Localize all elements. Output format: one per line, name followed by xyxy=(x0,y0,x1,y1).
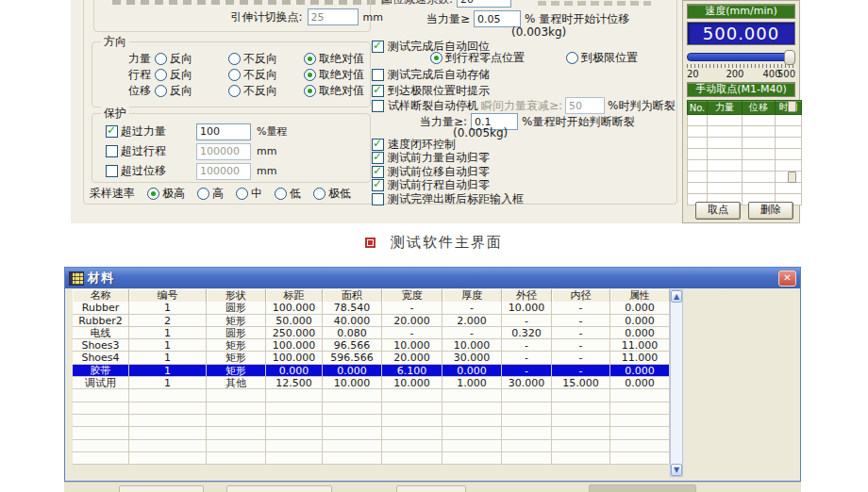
material-cell[interactable]: 20.000 xyxy=(382,352,442,364)
grid-scroll-up-button[interactable] xyxy=(788,101,796,112)
material-cell[interactable]: 20.000 xyxy=(382,315,442,327)
material-empty-cell[interactable] xyxy=(129,415,207,427)
material-empty-cell[interactable] xyxy=(266,402,323,415)
material-empty-cell[interactable] xyxy=(129,427,207,439)
material-empty-cell[interactable] xyxy=(442,389,502,402)
material-cell[interactable]: 100.000 xyxy=(266,302,323,314)
material-empty-cell[interactable] xyxy=(382,402,442,415)
material-empty-cell[interactable] xyxy=(442,402,502,415)
take-point-button[interactable]: 取点 xyxy=(695,202,741,220)
material-empty-cell[interactable] xyxy=(502,427,552,439)
checkbox[interactable] xyxy=(372,69,384,81)
radio-button[interactable] xyxy=(304,85,316,97)
material-cell[interactable]: 50.000 xyxy=(266,315,323,327)
material-cell[interactable]: 0.000 xyxy=(323,365,382,377)
material-empty-cell[interactable] xyxy=(382,389,442,402)
checkbox[interactable] xyxy=(106,125,118,138)
material-cell[interactable]: 10.000 xyxy=(382,339,442,352)
material-cell[interactable]: 30.000 xyxy=(502,377,552,389)
material-cell[interactable]: 30.000 xyxy=(442,352,502,364)
material-cell[interactable]: 40.000 xyxy=(323,315,382,327)
material-cell[interactable]: Shoes3 xyxy=(73,339,129,352)
material-empty-cell[interactable] xyxy=(207,440,266,452)
material-cell[interactable]: 圆形 xyxy=(207,327,266,339)
material-cell[interactable]: 矩形 xyxy=(207,339,266,352)
radio-button[interactable] xyxy=(313,188,326,200)
window-titlebar[interactable]: 材料 ✕ xyxy=(65,268,800,288)
radio-button[interactable] xyxy=(304,53,316,65)
checkbox[interactable] xyxy=(372,100,384,112)
material-empty-cell[interactable] xyxy=(442,440,502,452)
extensometer-input[interactable] xyxy=(308,8,359,25)
material-cell[interactable]: 96.566 xyxy=(323,339,382,352)
material-empty-cell[interactable] xyxy=(610,440,670,452)
material-cell[interactable]: 100.000 xyxy=(266,352,323,364)
protection-input[interactable] xyxy=(196,123,251,140)
radio-button[interactable] xyxy=(155,53,167,65)
material-empty-cell[interactable] xyxy=(552,427,610,439)
material-empty-cell[interactable] xyxy=(442,452,502,465)
material-empty-cell[interactable] xyxy=(73,440,129,452)
material-empty-cell[interactable] xyxy=(502,389,552,402)
material-cell[interactable]: 0.080 xyxy=(323,327,382,339)
radio-button[interactable] xyxy=(147,188,159,200)
radio-option[interactable]: 不反向 xyxy=(228,67,304,83)
material-empty-cell[interactable] xyxy=(610,389,670,402)
material-cell[interactable]: 11.000 xyxy=(610,352,670,364)
material-cell[interactable]: - xyxy=(382,302,442,314)
material-empty-cell[interactable] xyxy=(266,389,323,402)
checkbox[interactable] xyxy=(106,145,118,157)
material-cell[interactable]: - xyxy=(382,327,442,339)
radio-button[interactable] xyxy=(566,52,578,64)
radio-button[interactable] xyxy=(228,53,241,65)
material-cell[interactable]: 矩形 xyxy=(207,365,266,377)
checkbox[interactable] xyxy=(372,41,384,53)
checkbox[interactable] xyxy=(372,152,384,164)
material-cell[interactable]: Rubber2 xyxy=(73,315,129,327)
material-cell[interactable]: 调试用 xyxy=(73,377,129,389)
auto-save-check[interactable]: 测试完成后自动存储 xyxy=(372,67,490,83)
material-cell[interactable]: 0.000 xyxy=(610,377,670,389)
radio-button[interactable] xyxy=(304,69,316,81)
protection-check[interactable]: 超过力量 xyxy=(106,123,196,139)
checkbox[interactable] xyxy=(372,139,384,151)
material-cell[interactable]: Shoes4 xyxy=(73,352,129,364)
return-zero-option[interactable]: 到行程零点位置 xyxy=(430,50,525,66)
radio-option[interactable]: 取绝对值 xyxy=(304,51,370,67)
material-empty-cell[interactable] xyxy=(73,452,129,465)
grid-scroll-down-button[interactable] xyxy=(788,172,796,183)
sampling-option[interactable]: 极高 xyxy=(147,186,185,202)
material-empty-cell[interactable] xyxy=(552,452,610,465)
radio-option[interactable]: 反向 xyxy=(155,83,228,99)
material-cell[interactable]: 78.540 xyxy=(323,302,382,314)
material-empty-cell[interactable] xyxy=(207,415,266,427)
material-cell[interactable]: - xyxy=(552,315,610,327)
material-cell[interactable]: 圆形 xyxy=(207,302,266,314)
material-cell[interactable]: 10.000 xyxy=(323,377,382,389)
material-cell[interactable]: 1 xyxy=(129,377,207,389)
material-cell[interactable]: 596.566 xyxy=(323,352,382,364)
material-empty-cell[interactable] xyxy=(442,415,502,427)
material-empty-cell[interactable] xyxy=(382,415,442,427)
material-cell[interactable]: 11.000 xyxy=(610,339,670,352)
material-cell[interactable]: 6.100 xyxy=(382,365,442,377)
material-empty-cell[interactable] xyxy=(552,402,610,415)
material-cell[interactable]: 胶带 xyxy=(73,365,129,377)
speed-slider[interactable] xyxy=(687,50,795,62)
material-empty-cell[interactable] xyxy=(73,415,129,427)
close-icon[interactable]: ✕ xyxy=(778,271,796,287)
material-empty-cell[interactable] xyxy=(129,440,207,452)
material-cell[interactable]: - xyxy=(502,315,552,327)
material-cell[interactable]: 2.000 xyxy=(442,315,502,327)
material-empty-cell[interactable] xyxy=(129,389,207,402)
material-cell[interactable]: 1.000 xyxy=(442,377,502,389)
material-cell[interactable]: 0.000 xyxy=(610,315,670,327)
material-empty-cell[interactable] xyxy=(266,415,323,427)
checkbox[interactable] xyxy=(372,193,384,205)
material-empty-cell[interactable] xyxy=(207,427,266,439)
material-empty-cell[interactable] xyxy=(73,402,129,415)
radio-button[interactable] xyxy=(197,188,209,200)
break-stop-check[interactable]: 试样断裂自动停机 xyxy=(372,98,478,114)
material-empty-cell[interactable] xyxy=(129,402,207,415)
material-cell[interactable]: 0.000 xyxy=(442,365,502,377)
